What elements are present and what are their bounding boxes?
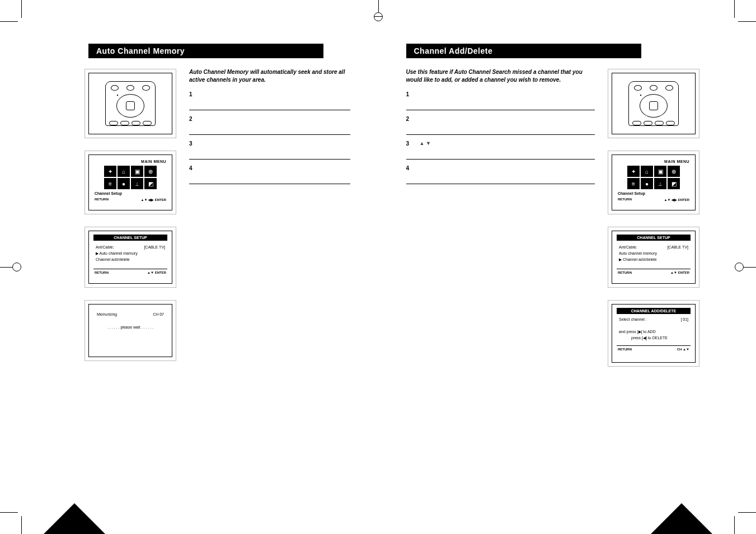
setup-enter-label: ▲▼ ENTER — [147, 271, 166, 274]
step-3: 3▲ ▼ — [406, 135, 595, 160]
menu-icon: ▣ — [131, 166, 143, 177]
channel-setup-illustration: CHANNEL SETUP Ant/Cable:[CABLE TV] Auto … — [612, 231, 696, 284]
main-menu-title: MAIN MENU — [95, 160, 166, 163]
text-column-left: Auto Channel Memory will automatically s… — [189, 68, 350, 362]
page-left: Auto Channel Memory MAIN MENU ✦ ⌂ — [21, 21, 378, 513]
page-right: Channel Add/Delete MAIN MENU ✦ ⌂ ▣ — [378, 21, 735, 513]
registration-mark-top — [372, 0, 385, 20]
crop-mark — [21, 516, 22, 534]
menu-icon-grid: ✦ ⌂ ▣ ⊕ ≡ ● ⟂ ◩ — [95, 166, 166, 189]
step-text: ▲ ▼ — [420, 140, 431, 147]
main-menu-title: MAIN MENU — [618, 160, 689, 163]
crop-mark — [738, 512, 756, 513]
menu-icon: ⌂ — [641, 166, 653, 177]
heading-channel-add-delete: Channel Add/Delete — [406, 44, 641, 58]
press-delete-text: press [◀] to DELETE — [619, 335, 688, 341]
menu-subtitle: Channel Setup — [95, 191, 166, 195]
heading-auto-channel-memory: Auto Channel Memory — [88, 44, 323, 58]
setup-return-label: RETURN — [618, 271, 632, 274]
channel-add-delete-illustration: CHANNEL ADD/DELETE Select channel : [ 01… — [612, 304, 696, 363]
step-2: 2 — [406, 110, 595, 135]
crop-mark — [0, 21, 18, 22]
content-left: MAIN MENU ✦ ⌂ ▣ ⊕ ≡ ● ⟂ ◩ Channel Setup … — [88, 68, 350, 362]
crop-mark — [734, 0, 735, 18]
menu-icon: ⟂ — [654, 178, 666, 189]
text-column-right: Use this feature if Auto Channel Search … — [406, 68, 595, 367]
memorizing-label: Memorizing — [97, 312, 117, 316]
setup-row-value: [CABLE TV] — [144, 244, 165, 250]
step-number: 2 — [189, 116, 197, 122]
menu-icon: ▣ — [654, 166, 666, 177]
main-menu-illustration: MAIN MENU ✦ ⌂ ▣ ⊕ ≡ ● ⟂ ◩ Channel Setup … — [612, 154, 696, 210]
setup-return-label: RETURN — [95, 271, 109, 274]
menu-icon-grid: ✦ ⌂ ▣ ⊕ ≡ ● ⟂ ◩ — [618, 166, 689, 189]
step-1: 1 — [406, 86, 595, 110]
setup-row-value: [CABLE TV] — [667, 244, 688, 250]
press-add-text: and press [▶] to ADD — [619, 329, 688, 335]
menu-return-label: RETURN — [618, 198, 632, 202]
menu-enter-label: ▲▼ ◀▶ ENTER — [140, 198, 166, 202]
add-delete-ch-label: CH ▲▼ — [677, 348, 689, 351]
memorizing-channel: CH 07 — [153, 312, 164, 316]
main-menu-illustration: MAIN MENU ✦ ⌂ ▣ ⊕ ≡ ● ⟂ ◩ Channel Setup … — [88, 154, 172, 210]
step-number: 2 — [406, 116, 414, 122]
crop-mark — [734, 516, 735, 534]
menu-icon: ≡ — [104, 178, 116, 189]
heading-text: Channel Add/Delete — [414, 46, 493, 55]
page-spread: Auto Channel Memory MAIN MENU ✦ ⌂ — [21, 21, 735, 513]
step-number: 4 — [406, 165, 414, 171]
step-3: 3 — [189, 135, 350, 160]
menu-icon: ⌂ — [118, 166, 130, 177]
menu-icon: ≡ — [627, 178, 640, 189]
illustration-column-right: MAIN MENU ✦ ⌂ ▣ ⊕ ≡ ● ⟂ ◩ Channel Setup … — [612, 68, 696, 367]
select-channel-value: [ 01] — [680, 317, 688, 321]
step-1: 1 — [189, 86, 350, 110]
channel-setup-header: CHANNEL SETUP — [93, 235, 167, 241]
step-number: 3 — [189, 140, 197, 147]
menu-icon: ◩ — [668, 178, 680, 189]
please-wait-text: . . . . . . please wait . . . . . . — [97, 325, 164, 329]
select-channel-label: Select channel : — [619, 317, 647, 321]
add-delete-return-label: RETURN — [618, 348, 632, 351]
menu-return-label: RETURN — [95, 198, 109, 202]
menu-icon: ✦ — [104, 166, 116, 177]
setup-enter-label: ▲▼ ENTER — [670, 271, 689, 274]
step-number: 1 — [189, 91, 197, 97]
setup-row-label: Auto channel memory — [619, 250, 657, 256]
step-4: 4 — [189, 160, 350, 184]
channel-setup-header: CHANNEL SETUP — [617, 235, 691, 241]
channel-setup-illustration: CHANNEL SETUP Ant/Cable:[CABLE TV] ▶ Aut… — [88, 231, 172, 284]
menu-icon: ⊕ — [144, 166, 157, 177]
step-number: 4 — [189, 165, 197, 171]
add-delete-header: CHANNEL ADD/DELETE — [617, 308, 691, 314]
remote-illustration — [612, 73, 696, 134]
registration-mark-left — [0, 260, 20, 274]
page-corner-triangle-left — [44, 503, 105, 534]
setup-row-label: Ant/Cable: — [619, 244, 637, 250]
illustration-column-left: MAIN MENU ✦ ⌂ ▣ ⊕ ≡ ● ⟂ ◩ Channel Setup … — [88, 68, 172, 362]
intro-text: Auto Channel Memory will automatically s… — [189, 68, 350, 83]
menu-icon: ✦ — [627, 166, 640, 177]
menu-icon: ● — [118, 178, 130, 189]
menu-icon: ⊕ — [668, 166, 680, 177]
setup-row-label: ▶ Channel add/delete — [619, 256, 657, 263]
registration-mark-right — [736, 260, 756, 274]
page-corner-triangle-right — [651, 503, 712, 534]
menu-icon: ● — [641, 178, 653, 189]
intro-text: Use this feature if Auto Channel Search … — [406, 68, 595, 83]
menu-icon: ⟂ — [131, 178, 143, 189]
menu-enter-label: ▲▼ ◀▶ ENTER — [664, 198, 689, 202]
crop-mark — [738, 21, 756, 22]
step-2: 2 — [189, 110, 350, 135]
step-4: 4 — [406, 160, 595, 184]
setup-row-label: Ant/Cable: — [96, 244, 114, 250]
heading-text: Auto Channel Memory — [96, 46, 185, 55]
remote-illustration — [88, 73, 172, 134]
crop-mark — [0, 512, 18, 513]
menu-subtitle: Channel Setup — [618, 191, 689, 195]
memorizing-illustration: Memorizing CH 07 . . . . . . please wait… — [88, 304, 172, 357]
setup-row-label: ▶ Auto channel memory — [96, 250, 138, 256]
step-number: 1 — [406, 91, 414, 97]
step-number: 3 — [406, 140, 414, 147]
setup-row-label: Channel add/delete — [96, 256, 130, 263]
